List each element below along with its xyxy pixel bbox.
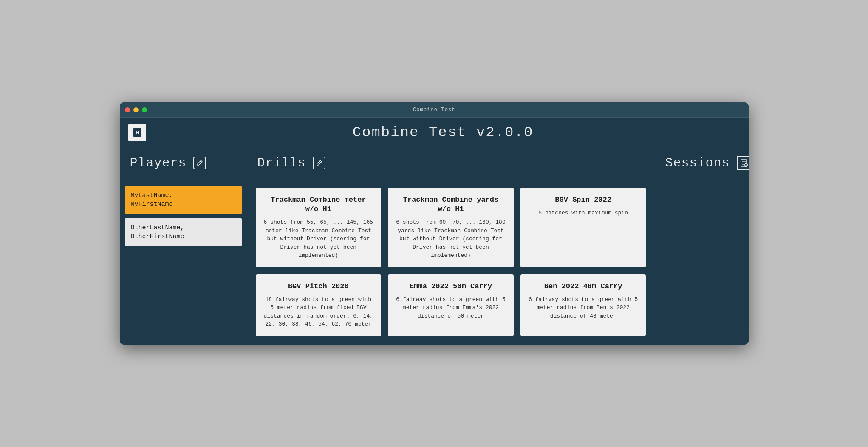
drill-desc-6: 6 fairway shots to a green with 5 meter … [527, 295, 639, 320]
players-edit-icon[interactable] [193, 157, 206, 169]
drill-desc-5: 6 fairway shots to a green with 5 meter … [395, 295, 507, 320]
player-item-2[interactable]: OtherLastName,OtherFirstName [125, 218, 242, 246]
players-column-header: Players [120, 147, 247, 179]
drill-title-3: BGV Spin 2022 [527, 195, 639, 205]
drills-label: Drills [257, 156, 306, 170]
drill-title-5: Emma 2022 50m Carry [395, 282, 507, 291]
app-title: Combine Test v2.0.0 [146, 124, 740, 141]
drill-card-4[interactable]: BGV Pitch 2020 18 fairway shots to a gre… [256, 274, 382, 336]
drill-title-1: Trackman Combine meter w/o H1 [263, 195, 375, 214]
drill-title-4: BGV Pitch 2020 [263, 282, 375, 291]
minimize-button[interactable] [133, 107, 139, 112]
maximize-button[interactable] [142, 107, 147, 112]
drills-grid: Trackman Combine meter w/o H1 6 shots fr… [247, 179, 655, 345]
drill-desc-3: 5 pitches with maximum spin [527, 209, 639, 217]
close-button[interactable] [125, 107, 130, 112]
drill-card-6[interactable]: Ben 2022 48m Carry 6 fairway shots to a … [520, 274, 646, 336]
player-item-1[interactable]: MyLastName,MyFirstName [125, 186, 242, 214]
drills-edit-icon[interactable] [313, 157, 325, 169]
drills-column-header: Drills [247, 147, 655, 179]
drill-desc-2: 6 shots from 60, 70, ... 160, 180 yards … [395, 218, 507, 260]
titlebar: Combine Test [120, 102, 749, 118]
svg-rect-1 [138, 131, 139, 134]
players-label: Players [130, 156, 187, 170]
sessions-column-header: Sessions [655, 147, 749, 179]
drill-title-2: Trackman Combine yards w/o H1 [395, 195, 507, 214]
app-window: Combine Test Combine Test v2.0.0 Players… [120, 102, 749, 345]
drill-desc-1: 6 shots from 55, 65, ... 145, 165 meter … [263, 218, 375, 260]
drill-card-1[interactable]: Trackman Combine meter w/o H1 6 shots fr… [256, 188, 382, 267]
drill-card-3[interactable]: BGV Spin 2022 5 pitches with maximum spi… [520, 188, 646, 267]
app-logo-icon [128, 124, 146, 141]
columns-header: Players Drills Sessions [120, 147, 749, 179]
players-list: MyLastName,MyFirstName OtherLastName,Oth… [120, 179, 247, 345]
drill-card-5[interactable]: Emma 2022 50m Carry 6 fairway shots to a… [388, 274, 514, 336]
sessions-report-icon[interactable] [737, 156, 749, 170]
content-area: MyLastName,MyFirstName OtherLastName,Oth… [120, 179, 749, 345]
drill-title-6: Ben 2022 48m Carry [527, 282, 639, 291]
titlebar-text: Combine Test [413, 107, 455, 113]
drill-desc-4: 18 fairway shots to a green with 5 meter… [263, 295, 375, 329]
sessions-label: Sessions [665, 156, 730, 170]
app-header: Combine Test v2.0.0 [120, 118, 749, 147]
drill-card-2[interactable]: Trackman Combine yards w/o H1 6 shots fr… [388, 188, 514, 267]
sessions-panel [655, 179, 749, 345]
window-controls [125, 107, 147, 112]
